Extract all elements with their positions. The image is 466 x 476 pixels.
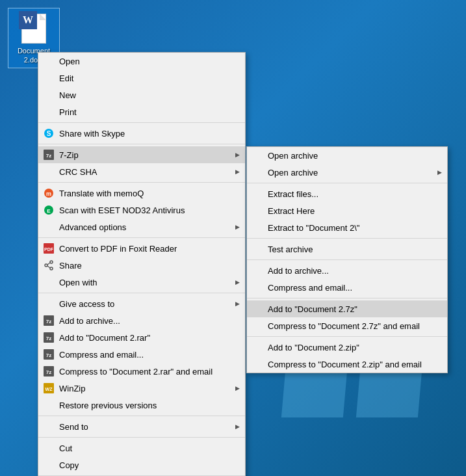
winzip-icon: WZ (42, 382, 55, 395)
submenu-container-7zip: 7z 7-Zip Open archive Open archive Extra… (38, 146, 245, 163)
menu-item-copy[interactable]: Copy (38, 456, 245, 473)
menu-item-share-skype[interactable]: S Share with Skype (38, 125, 245, 142)
svg-text:WZ: WZ (45, 387, 53, 391)
menu-item-new[interactable]: New (38, 86, 245, 103)
separator-4 (38, 237, 245, 238)
7zip-sm-icon-2: 7z (42, 331, 55, 344)
svg-text:S: S (47, 130, 51, 137)
menu-item-edit[interactable]: Edit (38, 70, 245, 86)
svg-text:7z: 7z (46, 153, 51, 159)
svg-point-11 (45, 264, 47, 267)
svg-text:7z: 7z (46, 336, 51, 341)
menu-item-compress-rar-email[interactable]: 7z Compress to "Document 2.rar" and emai… (38, 363, 245, 380)
menu-item-send-to[interactable]: Send to (38, 418, 245, 435)
submenu-sep-3 (247, 259, 447, 260)
separator-1 (38, 122, 245, 123)
submenu-add-to-archive[interactable]: Add to archive... (247, 262, 447, 279)
svg-text:7z: 7z (46, 369, 51, 375)
menu-item-add-rar[interactable]: 7z Add to "Document 2.rar" (38, 329, 245, 346)
memoq-icon: m (42, 187, 55, 200)
svg-text:PDF: PDF (44, 247, 54, 252)
svg-text:7z: 7z (46, 352, 51, 358)
submenu-sep-4 (247, 298, 447, 298)
menu-item-open[interactable]: Open (38, 53, 245, 70)
svg-line-14 (47, 266, 50, 268)
svg-text:E: E (47, 208, 51, 214)
submenu-sep-5 (247, 336, 447, 337)
7zip-sm-icon-4: 7z (42, 365, 55, 378)
separator-7 (38, 437, 245, 438)
svg-point-12 (50, 267, 53, 270)
menu-item-print[interactable]: Print (38, 103, 245, 120)
separator-3 (38, 182, 245, 183)
menu-item-advanced-options[interactable]: Advanced options (38, 218, 245, 235)
menu-item-restore[interactable]: Restore previous versions (38, 397, 245, 414)
menu-item-7zip[interactable]: 7z 7-Zip (38, 146, 245, 163)
7zip-sm-icon-1: 7z (42, 314, 55, 327)
menu-item-give-access[interactable]: Give access to (38, 295, 245, 312)
menu-item-scan-eset[interactable]: E Scan with ESET NOD32 Antivirus (38, 202, 245, 218)
share-icon (42, 259, 55, 272)
submenu-add-to-7z[interactable]: Add to "Document 2.7z" (247, 300, 447, 317)
separator-5 (38, 293, 245, 293)
menu-item-winzip[interactable]: WZ WinZip (38, 380, 245, 397)
menu-item-crc-sha[interactable]: CRC SHA (38, 163, 245, 180)
menu-item-share[interactable]: Share (38, 257, 245, 274)
submenu-sep-1 (247, 183, 447, 183)
word-badge: W (19, 11, 37, 29)
submenu-extract-here[interactable]: Extract Here (247, 202, 447, 219)
file-icon: W (19, 11, 49, 44)
svg-text:m: m (46, 191, 51, 197)
context-menu: Open Edit New Print S Share with Skype (38, 52, 246, 476)
submenu-compress-email[interactable]: Compress and email... (247, 279, 447, 296)
menu-item-open-with[interactable]: Open with (38, 274, 245, 291)
7zip-icon: 7z (42, 148, 55, 161)
desktop: W Document 2.do... Open Edit New Print S… (0, 0, 466, 476)
eset-icon: E (42, 204, 55, 217)
svg-point-10 (50, 261, 53, 263)
separator-2 (38, 144, 245, 144)
svg-line-13 (47, 263, 50, 265)
submenu-extract-to[interactable]: Extract to "Document 2\" (247, 219, 447, 236)
menu-item-translate-memoq[interactable]: m Translate with memoQ (38, 185, 245, 202)
submenu-add-to-zip[interactable]: Add to "Document 2.zip" (247, 339, 447, 356)
svg-text:7z: 7z (46, 319, 51, 324)
submenu-compress-7z-email[interactable]: Compress to "Document 2.7z" and email (247, 317, 447, 334)
submenu-compress-zip-email[interactable]: Compress to "Document 2.zip" and email (247, 356, 447, 373)
menu-item-convert-pdf[interactable]: PDF Convert to PDF in Foxit Reader (38, 240, 245, 257)
submenu-extract-files[interactable]: Extract files... (247, 185, 447, 202)
submenu-open-archive[interactable]: Open archive (247, 147, 447, 164)
7zip-sm-icon-3: 7z (42, 348, 55, 361)
menu-item-add-archive[interactable]: 7z Add to archive... (38, 312, 245, 329)
pdf-icon: PDF (42, 242, 55, 255)
skype-icon: S (42, 127, 55, 140)
menu-item-cut[interactable]: Cut (38, 440, 245, 456)
submenu-open-archive2[interactable]: Open archive (247, 164, 447, 181)
submenu-test-archive[interactable]: Test archive (247, 241, 447, 258)
menu-item-compress-email[interactable]: 7z Compress and email... (38, 346, 245, 363)
submenu-sep-2 (247, 238, 447, 239)
separator-6 (38, 416, 245, 416)
submenu-7zip: Open archive Open archive Extract files.… (246, 146, 448, 373)
